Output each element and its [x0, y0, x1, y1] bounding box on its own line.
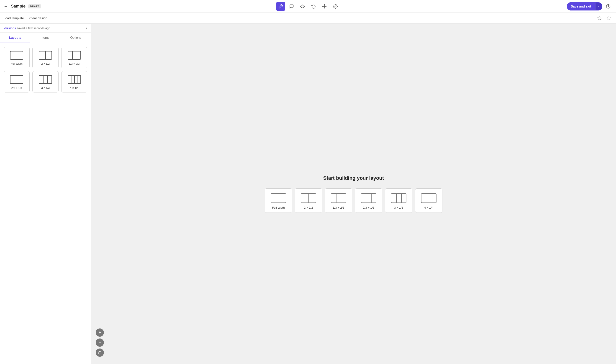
sidebar: Versions saved a few seconds ago ‹ Layou…: [0, 24, 91, 364]
svg-rect-9: [68, 51, 81, 59]
save-exit-main-button[interactable]: Save and exit: [567, 2, 595, 11]
canvas-option-2x1-2-label: 2 × 1/2: [304, 206, 313, 209]
svg-rect-25: [361, 194, 376, 203]
clear-design-button[interactable]: Clear design: [29, 15, 47, 21]
sidebar-layout-3x1-3[interactable]: 3 × 1/3: [32, 71, 58, 92]
zoom-in-button[interactable]: +: [96, 328, 104, 337]
canvas-option-4x1-4-label: 4 × 1/4: [424, 206, 433, 209]
canvas-option-3x1-3-label: 3 × 1/3: [394, 206, 403, 209]
tools-icon-button[interactable]: [276, 2, 285, 11]
saved-time: saved a few seconds ago: [17, 26, 50, 30]
svg-rect-27: [391, 194, 406, 203]
header-center-icons: [276, 2, 340, 11]
page-title: Sample: [11, 4, 26, 9]
canvas-option-full-width[interactable]: Full-width: [265, 188, 292, 213]
versions-link[interactable]: Versions: [4, 26, 16, 30]
sidebar-layout-1-3+2-3-label: 1/3 + 2/3: [69, 62, 79, 65]
canvas-option-2-3+1-3[interactable]: 2/3 + 1/3: [355, 188, 382, 213]
help-button[interactable]: [604, 2, 612, 11]
sidebar-layout-2-3+1-3-label: 2/3 + 1/3: [11, 86, 22, 90]
main-content: Versions saved a few seconds ago ‹ Layou…: [0, 24, 616, 364]
sidebar-layout-grid: Full-width 2 × 1/2 1/3 + 2/3: [0, 43, 91, 96]
canvas-option-4x1-4[interactable]: 4 × 1/4: [415, 188, 442, 213]
undo-button[interactable]: [596, 14, 603, 22]
save-exit-button-group: Save and exit ▾: [567, 2, 603, 11]
canvas-option-3x1-3[interactable]: 3 × 1/3: [385, 188, 412, 213]
canvas-option-1-3+2-3-label: 1/3 + 2/3: [333, 206, 344, 209]
save-exit-dropdown-button[interactable]: ▾: [595, 2, 602, 10]
sidebar-layout-full-width[interactable]: Full-width: [4, 47, 30, 68]
svg-rect-13: [39, 75, 52, 84]
canvas: Start building your layout Full-width 2 …: [91, 24, 616, 364]
1-3+2-3-icon: [67, 51, 81, 60]
sidebar-layout-2x1-2[interactable]: 2 × 1/2: [32, 47, 58, 68]
canvas-3x1-3-icon: [391, 193, 407, 203]
sidebar-layout-3x1-3-label: 3 × 1/3: [41, 86, 50, 90]
sidebar-layout-4x1-4-label: 4 × 1/4: [70, 86, 78, 90]
sidebar-layout-1-3+2-3[interactable]: 1/3 + 2/3: [61, 47, 87, 68]
eye-icon-button[interactable]: [298, 2, 307, 11]
zoom-out-button[interactable]: −: [96, 338, 104, 347]
canvas-full-width-icon: [270, 193, 286, 203]
settings-icon-button[interactable]: [331, 2, 340, 11]
svg-rect-23: [331, 194, 346, 203]
canvas-option-2x1-2[interactable]: 2 × 1/2: [295, 188, 322, 213]
sidebar-layout-2-3+1-3[interactable]: 2/3 + 1/3: [4, 71, 30, 92]
svg-point-3: [335, 6, 336, 7]
2-3+1-3-icon: [10, 75, 24, 84]
svg-rect-20: [271, 194, 286, 203]
history-icon-button[interactable]: [309, 2, 318, 11]
canvas-option-2-3+1-3-label: 2/3 + 1/3: [363, 206, 375, 209]
full-width-icon: [10, 51, 24, 60]
version-info: Versions saved a few seconds ago: [4, 26, 50, 30]
canvas-1-3+2-3-icon: [330, 193, 346, 203]
canvas-option-1-3+2-3[interactable]: 1/3 + 2/3: [325, 188, 352, 213]
tab-options[interactable]: Options: [61, 33, 91, 43]
back-button[interactable]: ←: [4, 4, 8, 9]
2x1-2-icon: [39, 51, 52, 60]
3x1-3-icon: [39, 75, 52, 84]
draft-badge: DRAFT: [28, 4, 41, 8]
sidebar-layout-2x1-2-label: 2 × 1/2: [41, 62, 50, 65]
canvas-option-full-width-label: Full-width: [272, 206, 285, 209]
undo-redo-group: [596, 14, 612, 22]
sidebar-layout-4x1-4[interactable]: 4 × 1/4: [61, 71, 87, 92]
header-right: Save and exit ▾: [567, 2, 613, 11]
tab-items[interactable]: Items: [30, 33, 61, 43]
move-icon-button[interactable]: [320, 2, 329, 11]
header: ← Sample DRAFT: [0, 0, 616, 13]
reset-view-button[interactable]: [96, 349, 104, 357]
redo-button[interactable]: [605, 14, 612, 22]
svg-rect-6: [10, 51, 23, 59]
canvas-4x1-4-icon: [421, 193, 437, 203]
svg-point-0: [302, 6, 303, 7]
version-bar: Versions saved a few seconds ago ‹: [0, 24, 91, 33]
svg-rect-11: [10, 75, 23, 84]
toolbar: Load template Clear design: [0, 13, 616, 24]
canvas-controls: + −: [96, 328, 104, 357]
sidebar-layout-full-width-label: Full-width: [11, 62, 22, 65]
canvas-2x1-2-icon: [301, 193, 316, 203]
sidebar-tabs: Layouts Items Options: [0, 33, 91, 43]
collapse-sidebar-button[interactable]: ‹: [86, 26, 87, 30]
tab-layouts[interactable]: Layouts: [0, 33, 30, 43]
canvas-2-3+1-3-icon: [361, 193, 377, 203]
load-template-button[interactable]: Load template: [4, 15, 24, 21]
comment-icon-button[interactable]: [287, 2, 296, 11]
canvas-title: Start building your layout: [323, 175, 384, 181]
4x1-4-icon: [67, 75, 81, 84]
canvas-layout-options: Full-width 2 × 1/2 1/3 + 2/3: [265, 188, 442, 213]
canvas-center-content: Start building your layout Full-width 2 …: [265, 175, 442, 213]
